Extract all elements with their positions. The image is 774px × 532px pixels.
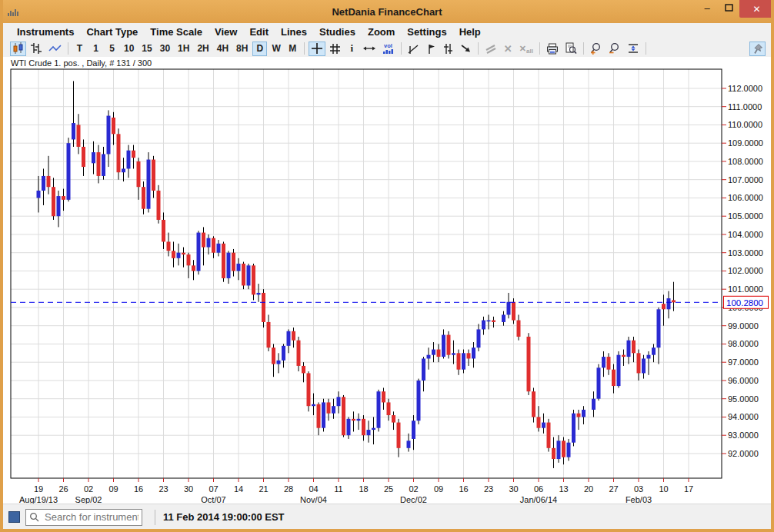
timescale-8hour-button[interactable]: 8H [233,42,251,56]
candle-body [412,421,415,439]
zoom-in-button[interactable] [588,42,605,56]
candle-body [452,353,455,354]
timescale-5min-button[interactable]: 5 [105,42,119,56]
x-axis-week-label: 17 [684,484,693,494]
volume-button[interactable]: vol [379,42,397,56]
x-axis-week-label: 09 [434,484,443,494]
candle-body [227,253,231,278]
y-axis-label: 93.0000 [728,431,759,440]
vertical-line-button[interactable] [423,42,439,56]
menu-item-time-scale[interactable]: Time Scale [144,26,209,38]
y-axis-label: 99.0000 [728,321,759,331]
candle-body [42,176,45,191]
print-button[interactable] [544,42,561,56]
candle-body [287,331,291,346]
timescale-1hour-button[interactable]: 1H [175,42,192,56]
candle-body [247,265,251,285]
timescale-4hour-button[interactable]: 4H [214,42,232,56]
timescale-1min-button[interactable]: 1 [88,42,103,56]
menu-item-lines[interactable]: Lines [275,26,313,38]
candle-body [422,358,425,381]
status-timestamp: 11 Feb 2014 19:00:00 EST [163,511,285,523]
zoom-out-icon [609,42,621,55]
grid-button[interactable] [327,42,343,56]
close-button[interactable]: ✕ [739,0,774,18]
y-axis-label: 92.0000 [728,449,759,458]
candle-body [557,441,561,459]
y-axis[interactable]: 92.000093.000094.000095.000096.000097.00… [722,84,763,458]
y-axis-label: 103.0000 [728,248,763,258]
candle-body [187,254,191,265]
y-axis-label: 108.0000 [728,157,763,166]
maximize-button[interactable] [718,0,739,15]
x-axis-week-label: 10 [659,484,668,494]
timescale-30min-button[interactable]: 30 [157,42,173,56]
candle-body [277,361,281,364]
candle-body [122,168,125,172]
line-chart-button[interactable] [46,42,64,56]
candle-body [592,399,596,410]
menu-item-zoom[interactable]: Zoom [362,26,401,38]
x-axis[interactable]: 1926020916233007142128041118250209162330… [19,478,693,504]
candle-body [347,419,351,435]
candle-body [502,314,505,322]
price-chart[interactable]: 92.000093.000094.000095.000096.000097.00… [3,57,771,504]
toolbar-separator [304,42,305,55]
parallel-lines-button[interactable] [440,42,456,56]
ohlc-chart-button[interactable] [28,42,45,56]
timescale-weekly-button[interactable]: W [269,42,283,56]
candle-body [307,373,311,406]
menu-item-studies[interactable]: Studies [313,26,362,38]
search-input[interactable] [25,509,142,526]
trend-line-icon [408,43,419,55]
candle-body [237,264,241,271]
delete-icon: ✕ [504,43,512,55]
fit-vertical-scale-button[interactable] [625,42,642,56]
candle-body [52,187,55,216]
candle-body [222,244,225,278]
timescale-2hour-button[interactable]: 2H [194,42,212,56]
timescale-tick-button[interactable]: T [72,42,87,56]
timescale-10min-button[interactable]: 10 [121,42,137,56]
candle-body [507,302,511,315]
candle-body [262,293,265,322]
search-box [25,509,142,526]
candle-body [517,321,521,337]
candle-body [482,321,485,330]
print-preview-button[interactable] [562,42,579,56]
menu-item-chart-type[interactable]: Chart Type [80,26,144,38]
candle-body [407,441,411,448]
timescale-daily-button[interactable]: D [252,42,267,56]
crosshair-button[interactable] [309,42,325,56]
candle-body [492,321,495,322]
candle-body [612,370,616,386]
timescale-15min-button[interactable]: 15 [138,42,155,56]
candle-body [477,329,481,347]
delete-button[interactable]: ✕ [501,42,515,56]
trend-line-button[interactable] [405,42,422,56]
horizontal-expand-button[interactable] [361,42,378,56]
x-axis-week-label: 23 [158,484,168,494]
menu-item-edit[interactable]: Edit [243,26,275,38]
candle-body [577,414,581,417]
zoom-out-button[interactable] [606,42,623,56]
menu-item-help[interactable]: Help [453,26,487,38]
candlestick-chart-button[interactable] [10,42,26,56]
remove-line-icon [485,43,497,54]
y-axis-label: 110.0000 [728,120,762,129]
arrow-line-button[interactable] [458,42,474,56]
remove-line-button[interactable] [482,42,499,56]
info-button[interactable]: i [345,42,359,56]
candle-body [322,402,325,427]
menu-item-settings[interactable]: Settings [401,26,452,38]
toolbar-separator [539,42,540,55]
candle-body [377,391,381,428]
x-axis-month-label: Dec/02 [400,495,427,504]
menu-item-instruments[interactable]: Instruments [11,26,80,38]
toolbar-separator [401,42,402,55]
menu-item-view[interactable]: View [209,26,243,38]
delete-all-button[interactable]: ✕all [517,42,535,56]
pin-toolbar-button[interactable] [749,42,766,56]
timescale-monthly-button[interactable]: M [285,42,300,56]
minimize-button[interactable]: – [696,0,718,15]
